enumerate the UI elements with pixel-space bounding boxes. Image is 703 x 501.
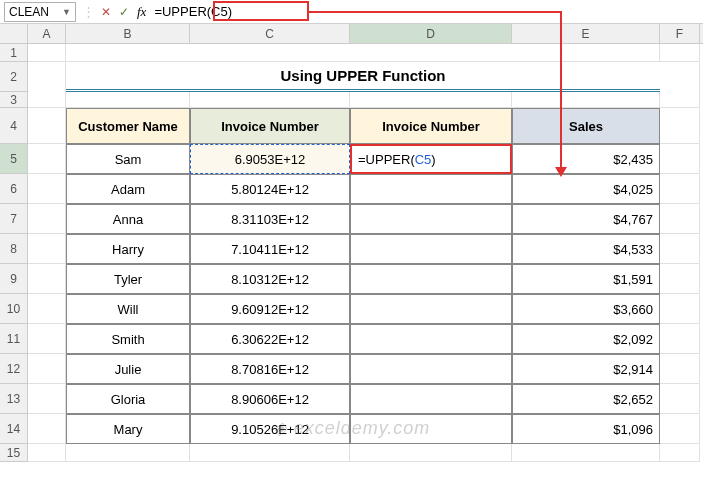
cell[interactable] [28, 414, 66, 444]
select-all-corner[interactable] [0, 24, 28, 43]
row-header[interactable]: 11 [0, 324, 28, 354]
cell[interactable] [660, 384, 700, 414]
cell[interactable] [190, 444, 350, 462]
cell-result[interactable] [350, 324, 512, 354]
cell[interactable] [66, 44, 660, 62]
cell-invoice[interactable]: 6.30622E+12 [190, 324, 350, 354]
cell[interactable] [660, 234, 700, 264]
chevron-down-icon[interactable]: ▼ [62, 7, 71, 17]
col-header-e[interactable]: E [512, 24, 660, 43]
row-header[interactable]: 9 [0, 264, 28, 294]
cell-result[interactable] [350, 204, 512, 234]
cell-sales[interactable]: $4,533 [512, 234, 660, 264]
row-header[interactable]: 7 [0, 204, 28, 234]
cell[interactable] [28, 384, 66, 414]
cell-invoice[interactable]: 8.90606E+12 [190, 384, 350, 414]
enter-icon[interactable]: ✓ [115, 5, 133, 19]
row-header[interactable]: 6 [0, 174, 28, 204]
cell[interactable] [28, 204, 66, 234]
col-header-c[interactable]: C [190, 24, 350, 43]
cell-invoice[interactable]: 6.9053E+12 [190, 144, 350, 174]
row-header[interactable]: 10 [0, 294, 28, 324]
cell-name[interactable]: Smith [66, 324, 190, 354]
page-title[interactable]: Using UPPER Function [66, 62, 660, 92]
row-header[interactable]: 3 [0, 92, 28, 108]
cell-name[interactable]: Tyler [66, 264, 190, 294]
cell-invoice[interactable]: 9.60912E+12 [190, 294, 350, 324]
cell-result[interactable] [350, 234, 512, 264]
cancel-icon[interactable]: ✕ [97, 5, 115, 19]
cell[interactable] [512, 444, 660, 462]
row-header[interactable]: 5 [0, 144, 28, 174]
cell[interactable] [350, 92, 512, 108]
cell-sales[interactable]: $3,660 [512, 294, 660, 324]
cell[interactable] [660, 294, 700, 324]
cell-sales[interactable]: $4,767 [512, 204, 660, 234]
th-sales[interactable]: Sales [512, 108, 660, 144]
cell[interactable] [660, 44, 700, 62]
cell[interactable] [660, 92, 700, 108]
th-invoice1[interactable]: Invoice Number [190, 108, 350, 144]
row-header[interactable]: 15 [0, 444, 28, 462]
col-header-f[interactable]: F [660, 24, 700, 43]
cell-invoice[interactable]: 5.80124E+12 [190, 174, 350, 204]
col-header-d[interactable]: D [350, 24, 512, 43]
row-header[interactable]: 8 [0, 234, 28, 264]
cell-name[interactable]: Anna [66, 204, 190, 234]
cell[interactable] [28, 144, 66, 174]
cell-name[interactable]: Harry [66, 234, 190, 264]
th-customer[interactable]: Customer Name [66, 108, 190, 144]
name-box[interactable]: CLEAN ▼ [4, 2, 76, 22]
formula-input[interactable] [150, 2, 703, 22]
cell[interactable] [28, 264, 66, 294]
cell-sales[interactable]: $2,914 [512, 354, 660, 384]
cell-result[interactable] [350, 174, 512, 204]
row-header[interactable]: 4 [0, 108, 28, 144]
cell[interactable] [28, 174, 66, 204]
cell-invoice[interactable]: 7.10411E+12 [190, 234, 350, 264]
cell[interactable] [660, 444, 700, 462]
cell[interactable] [660, 204, 700, 234]
cell-result[interactable] [350, 294, 512, 324]
cell[interactable] [660, 414, 700, 444]
cell[interactable] [66, 92, 190, 108]
cell[interactable] [660, 354, 700, 384]
cell-name[interactable]: Sam [66, 144, 190, 174]
row-header[interactable]: 14 [0, 414, 28, 444]
cell-sales[interactable]: $1,591 [512, 264, 660, 294]
cell[interactable] [28, 354, 66, 384]
row-header[interactable]: 13 [0, 384, 28, 414]
cell-result[interactable] [350, 354, 512, 384]
row-header[interactable]: 2 [0, 62, 28, 92]
cell[interactable] [660, 264, 700, 294]
th-invoice2[interactable]: Invoice Number [350, 108, 512, 144]
cell-sales[interactable]: $2,652 [512, 384, 660, 414]
cell[interactable] [660, 62, 700, 92]
cell-sales[interactable]: $4,025 [512, 174, 660, 204]
cell-name[interactable]: Mary [66, 414, 190, 444]
cell-result[interactable] [350, 384, 512, 414]
col-header-a[interactable]: A [28, 24, 66, 43]
row-header[interactable]: 12 [0, 354, 28, 384]
cell[interactable] [512, 92, 660, 108]
cell-sales[interactable]: $2,435 [512, 144, 660, 174]
col-header-b[interactable]: B [66, 24, 190, 43]
cell-name[interactable]: Will [66, 294, 190, 324]
cell-result[interactable] [350, 414, 512, 444]
editing-cell[interactable]: =UPPER(C5) [350, 144, 512, 174]
cell[interactable] [28, 108, 66, 144]
cell[interactable] [660, 324, 700, 354]
cell-invoice[interactable]: 8.70816E+12 [190, 354, 350, 384]
cell-invoice[interactable]: 9.10526E+12 [190, 414, 350, 444]
cell-name[interactable]: Adam [66, 174, 190, 204]
cell-name[interactable]: Gloria [66, 384, 190, 414]
cell[interactable] [28, 62, 66, 92]
cell[interactable] [190, 92, 350, 108]
cell[interactable] [28, 44, 66, 62]
cell[interactable] [660, 174, 700, 204]
cell-sales[interactable]: $1,096 [512, 414, 660, 444]
row-header[interactable]: 1 [0, 44, 28, 62]
cell[interactable] [66, 444, 190, 462]
cell[interactable] [28, 234, 66, 264]
cell[interactable] [660, 144, 700, 174]
